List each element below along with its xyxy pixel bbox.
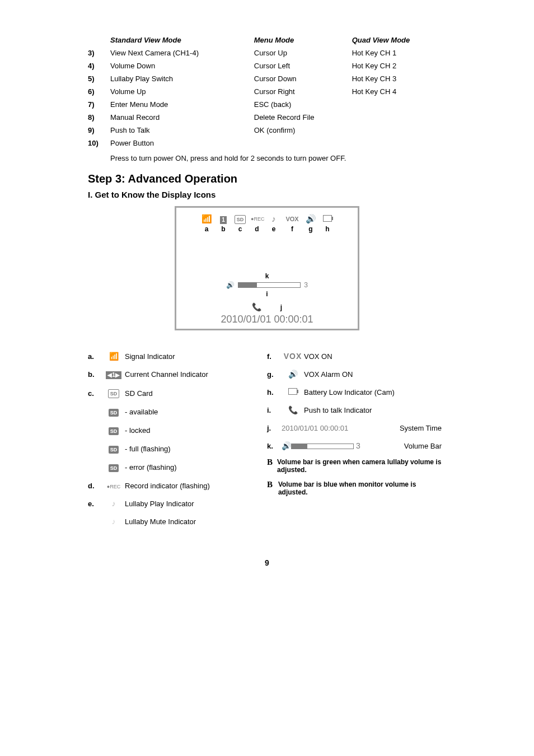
note-marker: B [267,480,275,496]
legend-key: f. [267,352,282,361]
note: BVolume bar is green when camera lullaby… [267,455,446,477]
lullaby-mute-icon: ♪ [102,517,125,526]
note-marker: B [267,458,274,474]
battery-low-icon [282,388,304,396]
fig-label-k: k [183,272,351,280]
legend-text: - locked [125,426,267,435]
legend-row: a.📶Signal Indicator [88,347,267,365]
channel-icon: 1 [217,214,229,224]
cell-quad: Hot Key CH 3 [352,72,446,85]
legend-text: VOX ON [304,352,446,361]
sd-available-icon: SD [102,407,125,417]
cell-menu: OK (confirm) [254,124,352,137]
sd-card-icon: SD [234,213,246,224]
page-number: 9 [88,558,446,567]
cell-menu [254,137,352,150]
volume-bar-icon: 🔊3 [282,441,360,450]
cell-menu: Cursor Up [254,46,352,59]
modes-table: Standard View Mode Menu Mode Quad View M… [88,34,446,150]
cell-standard: Manual Record [110,111,254,124]
row-number: 9) [88,124,110,137]
legend-text: Signal Indicator [125,352,267,361]
sd-card-icon: SD [102,388,125,398]
legend-row: SD- locked [88,421,267,440]
push-to-talk-icon: 📞 [282,405,304,414]
cell-standard: Push to Talk [110,124,254,137]
legend-key: c. [88,389,102,398]
vox-alarm-icon: 🔊 [305,214,317,224]
lullaby-play-icon: ♪ [102,499,125,508]
talk-icon: 📞 [252,302,261,311]
legend-row: h.Battery Low Indicator (Cam) [267,383,446,401]
legend-row: i.📞Push to talk Indicator [267,401,446,419]
signal-icon: 📶 [200,214,213,224]
legend-row: g.🔊VOX Alarm ON [267,365,446,383]
cell-quad [352,137,446,150]
figure-systime: 2010/01/01 00:00:01 [183,314,351,325]
legend-row: d.●RECRecord indicator (flashing) [88,477,267,494]
speaker-icon: 🔊 [226,281,235,289]
fig-label-h: h [321,225,334,233]
cell-quad: Hot Key CH 1 [352,46,446,59]
table-row: 10)Power Button [88,137,446,150]
fig-label-b: b [217,225,229,233]
sd-error-icon: SD [102,463,125,472]
power-note: Press to turn power ON, press and hold f… [110,154,446,162]
cell-standard: Enter Menu Mode [110,98,254,111]
legend-row: SD- error (flashing) [88,458,267,477]
record-icon: ●REC [102,481,125,490]
legend-text: Lullaby Mute Indicator [125,517,267,526]
legend-text: System Time [348,424,446,432]
cell-menu: Cursor Right [254,85,352,98]
row-number: 7) [88,98,110,111]
fig-label-f: f [284,225,300,233]
vox-on-icon: VOX [282,352,304,361]
legend-row: e.♪Lullaby Play Indicator [88,494,267,512]
fig-label-g: g [305,225,317,233]
table-row: 5)Lullaby Play SwitchCursor DownHot Key … [88,72,446,85]
cell-standard: Volume Up [110,85,254,98]
sd-full-icon: SD [102,444,125,454]
header-standard: Standard View Mode [110,34,254,46]
battery-icon [321,214,334,223]
cell-menu: Cursor Left [254,59,352,72]
legend-text: Lullaby Play Indicator [125,500,267,508]
legend-row: SD- available [88,403,267,421]
fig-label-d: d [251,225,263,233]
legend-text: VOX Alarm ON [304,370,446,379]
vox-icon: VOX [284,216,300,222]
row-number: 3) [88,46,110,59]
legend-key: g. [267,370,282,379]
legend-row: b.◀1▶Current Channel Indicator [88,365,267,384]
legend-key: h. [267,388,282,396]
note: BVolume bar is blue when monitor volume … [267,477,446,500]
channel-icon: ◀1▶ [102,370,125,379]
cell-quad [352,124,446,137]
table-row: 4)Volume DownCursor LeftHot Key CH 2 [88,59,446,72]
legend-text: - available [125,408,267,416]
table-row: 3)View Next Camera (CH1-4)Cursor UpHot K… [88,46,446,59]
cell-menu: ESC (back) [254,98,352,111]
legend-text: SD Card [125,389,267,398]
cell-quad: Hot Key CH 4 [352,85,446,98]
table-row: 6)Volume UpCursor RightHot Key CH 4 [88,85,446,98]
volume-bar [238,282,301,288]
record-icon: ●REC [251,216,263,222]
header-quad: Quad View Mode [352,34,446,46]
table-row: 9)Push to TalkOK (confirm) [88,124,446,137]
row-number: 4) [88,59,110,72]
cell-quad: Hot Key CH 2 [352,59,446,72]
note-text: Volume bar is green when camera lullaby … [277,458,446,474]
legend-text: Battery Low Indicator (Cam) [304,388,446,396]
cell-standard: Power Button [110,137,254,150]
legend-text: - full (flashing) [125,445,267,453]
legend-key: a. [88,352,102,361]
volume-level: 3 [304,281,308,289]
sd-locked-icon: SD [102,426,125,435]
fig-label-e: e [268,225,280,233]
header-menu: Menu Mode [254,34,352,46]
display-figure: 📶 1 SD ●REC ♪ VOX 🔊 a b c d e f g h k 🔊 … [175,206,359,330]
cell-standard: View Next Camera (CH1-4) [110,46,254,59]
legend-key: k. [267,442,282,450]
legend-key: b. [88,370,102,379]
